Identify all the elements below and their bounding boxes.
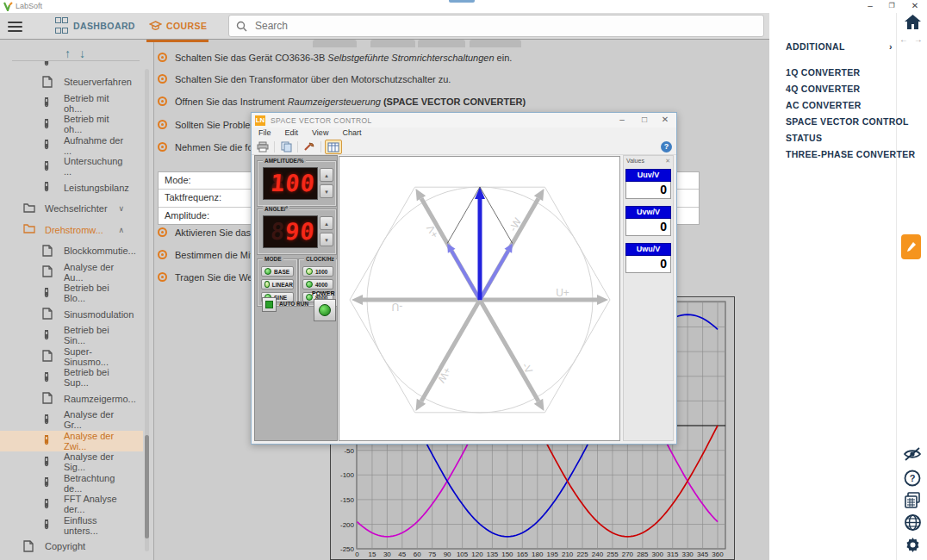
svg-text:30: 30 [383, 551, 391, 558]
instruments-panel: ADDITIONAL › 1Q CONVERTER4Q CONVERTERAC … [769, 0, 927, 560]
sidebar-item[interactable]: Betrieb mit oh... [0, 114, 143, 135]
sidebar-item-label: Betrieb bei Blo... [64, 283, 124, 303]
instrument-link[interactable]: STATUS [786, 133, 915, 149]
dialog-maximize-button[interactable]: □ [635, 114, 654, 127]
dialog-minimize-button[interactable]: – [613, 114, 631, 127]
instrument-link[interactable]: 1Q CONVERTER [786, 67, 915, 84]
sidebar-item[interactable]: Super-Sinusmo... [0, 346, 143, 368]
auto-run-button[interactable] [262, 297, 277, 312]
help-circle-icon[interactable]: ? [902, 470, 923, 490]
sidebar-item[interactable]: Leistungsbilanz [0, 177, 143, 199]
tab-course[interactable]: COURSE [149, 18, 207, 34]
globe-icon[interactable] [902, 513, 923, 535]
sidebar-item[interactable]: Einfluss unters... [0, 515, 143, 537]
sidebar-item[interactable]: Raumzeigermo... [0, 389, 143, 410]
item-type-icon [23, 202, 34, 215]
sidebar-item[interactable]: Betrieb mit oh... [0, 93, 143, 115]
sidebar-item[interactable]: Sinusmodulation [0, 304, 143, 326]
additional-section[interactable]: ADDITIONAL › [786, 41, 893, 52]
svg-text:345: 345 [697, 551, 709, 558]
hide-eye-icon[interactable] [902, 446, 923, 465]
sidebar-item[interactable]: Steuerverfahren [0, 72, 143, 93]
power-button[interactable] [314, 299, 336, 321]
value-label: Uvw/V [625, 206, 671, 219]
sidebar-item[interactable]: Copyright [0, 536, 143, 557]
item-type-icon [42, 287, 53, 300]
sidebar-item[interactable]: Blockkommutie... [0, 240, 143, 262]
angle-up-button[interactable]: ▴ [320, 216, 333, 230]
item-type-icon [42, 139, 53, 152]
search-box[interactable] [228, 15, 764, 37]
sidebar-item[interactable]: Betrachtung de... [0, 473, 143, 495]
sidebar-item[interactable]: Analyse der Gr... [0, 409, 143, 431]
angle-label: ANGLE/° [263, 206, 289, 212]
menu-icon[interactable] [8, 19, 22, 34]
sidebar-item-label: Blockkommutie... [64, 246, 136, 256]
instrument-link[interactable]: THREE-PHASE CONVERTER [786, 149, 915, 165]
course-tab-label: COURSE [166, 21, 207, 31]
clock-button[interactable]: 1000 [302, 266, 333, 277]
control-panel: AMPLITUDE/% 888 100 ▴ ▾ ANGLE/° 888 90 ▴… [254, 155, 338, 441]
calculator-icon[interactable] [902, 492, 923, 513]
sidebar-item[interactable]: Betrieb bei Blo... [0, 283, 143, 304]
svg-text:240: 240 [592, 551, 604, 558]
instrument-link[interactable]: AC CONVERTER [786, 100, 915, 116]
svg-text:-200: -200 [340, 521, 355, 529]
copy-icon[interactable] [278, 140, 294, 153]
app-minimize-button[interactable]: – [862, 1, 878, 12]
menu-item[interactable]: File [252, 128, 278, 140]
svg-text:105: 105 [457, 551, 469, 558]
settings-tool-icon[interactable] [302, 140, 317, 153]
amplitude-down-button[interactable]: ▾ [320, 184, 333, 198]
tab-dashboard[interactable]: DASHBOARD [55, 18, 135, 34]
sidebar-item[interactable]: FFT Analyse der... [0, 494, 143, 515]
sidebar-item[interactable] [0, 61, 143, 72]
chart-view-icon[interactable] [325, 140, 342, 154]
clock-button[interactable]: 4000 [302, 279, 333, 289]
course-cap-icon [149, 21, 162, 31]
sidebar-item[interactable]: Analyse der Zwi... [0, 431, 143, 452]
history-nav-arrows[interactable]: ← → [899, 34, 924, 44]
app-close-button[interactable]: ✕ [907, 1, 923, 12]
instrument-link[interactable]: 4Q CONVERTER [786, 84, 915, 100]
svg-text:225: 225 [576, 551, 588, 558]
settings-gear-icon[interactable] [902, 536, 923, 557]
sidebar-item-label: Steuerverfahren [64, 77, 132, 87]
sidebar-item[interactable]: Betrieb bei Sup... [0, 367, 143, 389]
menu-item[interactable]: View [305, 128, 335, 140]
sidebar-item[interactable]: Aufnahme der ... [0, 135, 143, 157]
sidebar-scrollbar-thumb[interactable] [145, 435, 149, 538]
sidebar-item[interactable]: Drehstromw... ∧ [0, 220, 143, 241]
sidebar-item-label: Analyse der Gr... [64, 409, 124, 430]
course-sidebar: ↑↓ Steuerverfahren Betrieb mit oh... [0, 40, 154, 560]
sidebar-item[interactable]: Analyse der Sig... [0, 451, 143, 473]
sidebar-item[interactable]: Betrieb bei Sin... [0, 325, 143, 346]
dialog-titlebar[interactable]: LN SPACE VECTOR CONTROL – □ ✕ [252, 113, 676, 128]
value-readout: 0 [625, 256, 671, 273]
amplitude-up-button[interactable]: ▴ [320, 168, 333, 182]
angle-down-button[interactable]: ▾ [320, 233, 333, 246]
clock-button-label: 1000 [315, 269, 327, 275]
mode-button[interactable]: BASE [261, 266, 294, 277]
menu-item[interactable]: Edit [278, 128, 306, 140]
svg-text:-U: -U [392, 301, 403, 313]
print-icon[interactable] [255, 140, 271, 153]
help-icon[interactable]: ? [661, 141, 672, 152]
mode-button[interactable]: LINEAR [261, 279, 294, 289]
app-restore-button[interactable]: ❐ [884, 1, 899, 12]
sidebar-item[interactable]: Untersuchung ... [0, 156, 143, 177]
sidebar-item[interactable]: Wechselrichter ∨ [0, 198, 143, 220]
instrument-link[interactable]: SPACE VECTOR CONTROL [786, 116, 915, 133]
active-tab-underline [146, 40, 208, 42]
sidebar-item[interactable]: Analyse der Au... [0, 262, 143, 283]
search-input[interactable] [253, 19, 725, 33]
instruction-row: Schalten Sie den Transformator über den … [158, 74, 752, 84]
home-icon[interactable] [902, 14, 923, 34]
dialog-close-button[interactable]: ✕ [656, 114, 675, 127]
values-close-icon[interactable]: ✕ [665, 158, 670, 165]
menu-item[interactable]: Chart [335, 128, 368, 140]
sidebar-nav-arrows[interactable]: ↑↓ [65, 47, 94, 60]
search-icon [236, 21, 247, 32]
edit-pencil-button[interactable] [901, 234, 921, 259]
svg-text:135: 135 [487, 551, 499, 558]
